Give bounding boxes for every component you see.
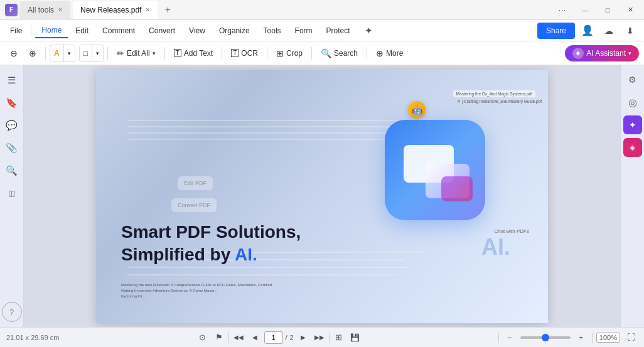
nav-first-button[interactable]: ◀◀	[232, 331, 245, 344]
minimize-button[interactable]: —	[576, 3, 594, 17]
menu-protect[interactable]: Protect	[320, 24, 357, 38]
toolbar-divider-1	[45, 47, 46, 60]
zoom-in-button[interactable]: ⊕	[24, 45, 41, 62]
zoom-value[interactable]: 100%	[596, 333, 620, 343]
menu-comment[interactable]: Comment	[96, 24, 141, 38]
toolbar: ⊖ ⊕ A ▾ □ ▾ ✏ Edit All ▾ T Add Text T OC…	[0, 41, 644, 65]
zoom-out-button[interactable]: ⊖	[5, 45, 23, 62]
pdf-bottom-text: Mastering the new Rulebook: A Comprehens…	[121, 283, 535, 298]
zoom-in-icon: ⊕	[29, 48, 36, 58]
toolbar-divider-3	[164, 47, 165, 60]
sidebar-attachment[interactable]: 📎	[2, 138, 22, 158]
status-divider2	[329, 333, 330, 343]
tab-new-releases[interactable]: New Releases.pdf ✕	[73, 1, 158, 19]
right-ai-purple-icon[interactable]: ✦	[623, 115, 642, 134]
content-area: Edit PDF Convert PDF Mastering the Ox_An…	[24, 65, 620, 327]
sidebar-page-thumbnail[interactable]: ☰	[2, 70, 22, 90]
app-icon: F	[5, 4, 18, 16]
edit-all-button[interactable]: ✏ Edit All ▾	[112, 45, 161, 62]
menu-convert[interactable]: Convert	[142, 24, 181, 38]
fit-icon[interactable]: ⊞	[332, 331, 346, 344]
right-settings-icon[interactable]: ⚙	[623, 70, 642, 89]
pdf-main-text: Smart PDF Solutions, Simplified by AI.	[121, 221, 301, 267]
crop-icon: ⊞	[276, 48, 284, 58]
account-icon[interactable]: 👤	[579, 22, 596, 40]
flag-icon[interactable]: ⚑	[212, 331, 226, 344]
toolbar-divider-7	[367, 47, 367, 60]
sidebar-comment[interactable]: 💬	[2, 115, 22, 136]
menu-divider	[31, 25, 31, 36]
page-input[interactable]	[264, 331, 283, 344]
total-pages: 2	[290, 334, 294, 341]
nav-next-button[interactable]: ▶	[296, 331, 310, 344]
edit-all-label: Edit All	[127, 49, 150, 58]
sidebar-search[interactable]: 🔍	[2, 161, 22, 181]
toolbar-divider-2	[107, 47, 108, 60]
scan-icon[interactable]: ⊙	[196, 331, 210, 344]
text-icon: T	[174, 49, 181, 57]
zoom-slider[interactable]	[520, 336, 571, 339]
pdf-ui-edit: Edit PDF	[178, 176, 213, 190]
tab-all-tools[interactable]: All tools ✕	[20, 1, 70, 19]
menu-file[interactable]: File	[5, 24, 27, 38]
rect-button[interactable]: □	[80, 45, 92, 61]
ai-icon: ✦	[572, 48, 584, 59]
more-button[interactable]: ⊕ More	[371, 45, 408, 62]
ocr-button[interactable]: T OCR	[226, 45, 263, 62]
crop-button[interactable]: ⊞ Crop	[271, 45, 308, 62]
menu-form[interactable]: Form	[289, 24, 319, 38]
edit-icon: ✏	[117, 48, 124, 58]
ocr-icon: T	[231, 49, 239, 57]
toolbar-divider-5	[267, 47, 267, 60]
nav-last-button[interactable]: ▶▶	[313, 331, 326, 344]
sidebar-layers[interactable]: ◫	[2, 183, 22, 203]
expand-icon[interactable]: ⛶	[624, 331, 638, 344]
pdf-page: Edit PDF Convert PDF Mastering the Ox_An…	[96, 70, 548, 323]
maximize-button[interactable]: □	[599, 3, 616, 17]
download-icon[interactable]: ⬇	[621, 22, 639, 40]
new-tab-button[interactable]: +	[160, 3, 175, 18]
menu-edit[interactable]: Edit	[69, 24, 95, 38]
menu-view[interactable]: View	[183, 24, 212, 38]
cloud-upload-icon[interactable]: ☁	[600, 22, 618, 40]
highlight-button[interactable]: A	[50, 45, 63, 61]
rect-dropdown[interactable]: ▾	[92, 45, 103, 61]
status-right: − + 100% ⛶	[498, 331, 638, 344]
pdf-headline-line2: Simplified by AI.	[121, 243, 301, 266]
pdf-ai-watermark: AI.	[481, 234, 510, 260]
more-icon: ⊕	[376, 48, 384, 58]
rect-group: □ ▾	[79, 45, 104, 62]
ai-dropdown-icon: ▾	[628, 50, 631, 56]
tab-all-tools-label: All tools	[28, 6, 54, 14]
ocr-label: OCR	[241, 49, 258, 58]
right-eye-icon[interactable]: ◎	[623, 93, 642, 112]
nav-prev-button[interactable]: ◀	[248, 331, 262, 344]
more-options-button[interactable]: ···	[554, 3, 571, 17]
tab-new-releases-close[interactable]: ✕	[145, 6, 150, 13]
toolbar-divider-6	[311, 47, 312, 60]
pdf-ai-circle: 🤖	[408, 101, 426, 119]
ai-assistant-button[interactable]: ✦ AI Assistant ▾	[565, 45, 639, 61]
close-button[interactable]: ✕	[621, 3, 639, 17]
right-ai-pink-icon[interactable]: ◈	[623, 138, 642, 157]
zoom-out-status-button[interactable]: −	[503, 331, 517, 344]
pdf-area[interactable]: Edit PDF Convert PDF Mastering the Ox_An…	[24, 65, 620, 327]
highlight-dropdown[interactable]: ▾	[64, 45, 75, 61]
menu-organize[interactable]: Organize	[213, 24, 256, 38]
status-divider3	[498, 333, 499, 343]
tab-all-tools-close[interactable]: ✕	[58, 6, 63, 13]
left-sidebar: ☰ 🔖 💬 📎 🔍 ◫ ?	[0, 65, 24, 327]
crop-label: Crop	[286, 49, 303, 58]
highlight-group: A ▾	[50, 45, 75, 62]
menu-tools[interactable]: Tools	[257, 24, 287, 38]
add-text-button[interactable]: T Add Text	[169, 45, 218, 62]
menu-home[interactable]: Home	[35, 23, 68, 38]
share-button[interactable]: Share	[537, 23, 575, 39]
light-mode-icon[interactable]: ✦	[360, 22, 378, 40]
toolbar-divider-4	[222, 47, 222, 60]
sidebar-bookmark[interactable]: 🔖	[2, 93, 22, 113]
zoom-in-status-button[interactable]: +	[574, 331, 588, 344]
help-button[interactable]: ?	[2, 302, 22, 322]
save-icon[interactable]: 💾	[348, 331, 362, 344]
search-button[interactable]: 🔍 Search	[316, 45, 363, 62]
